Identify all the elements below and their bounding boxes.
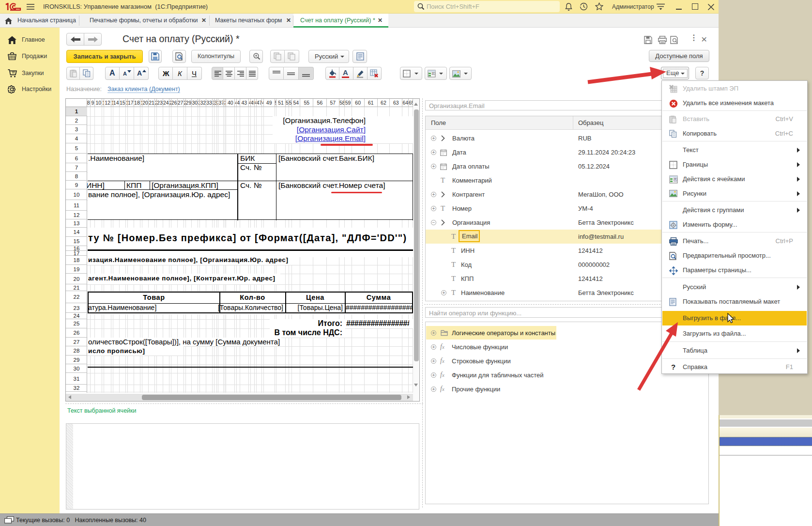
svg-text:R: R — [674, 178, 676, 181]
